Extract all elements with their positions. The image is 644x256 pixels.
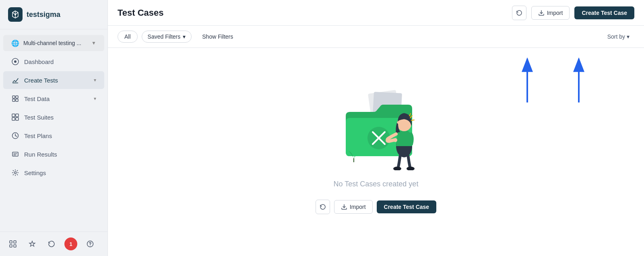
svg-rect-4 [16, 96, 18, 98]
svg-rect-10 [16, 118, 19, 120]
saved-filters-chevron-icon: ▾ [183, 33, 186, 40]
page-title: Test Cases [118, 8, 512, 18]
sidebar-logo: testsigma [0, 0, 107, 29]
sidebar-item-run-results[interactable]: Run Results [3, 145, 104, 163]
svg-rect-16 [10, 245, 12, 247]
sidebar-item-test-plans[interactable]: Test Plans [3, 127, 104, 145]
sidebar-item-label-test-plans: Test Plans [24, 132, 52, 139]
import-button-label: Import [547, 10, 563, 16]
svg-rect-17 [14, 245, 16, 247]
refresh-button[interactable] [512, 6, 526, 20]
empty-state-actions: Import Create Test Case [316, 200, 436, 214]
refresh-bottom-icon[interactable] [45, 237, 58, 250]
svg-rect-15 [14, 241, 16, 243]
saved-filters-button[interactable]: Saved Filters ▾ [142, 31, 192, 43]
svg-rect-5 [12, 99, 15, 101]
create-tests-chevron-icon: ▾ [94, 77, 96, 83]
create-test-case-header-label: Create Test Case [582, 10, 627, 16]
sidebar-item-label-create-tests: Create Tests [24, 77, 58, 84]
settings-icon [11, 169, 19, 177]
help-bottom-icon[interactable] [84, 237, 97, 250]
svg-point-2 [14, 60, 17, 63]
empty-import-label: Import [350, 204, 366, 210]
show-filters-button[interactable]: Show Filters [196, 31, 239, 42]
empty-illustration [324, 82, 428, 170]
header-actions: Import Create Test Case [512, 6, 634, 20]
sort-by-label: Sort by [607, 33, 625, 40]
svg-point-26 [393, 167, 401, 170]
test-data-icon [11, 95, 19, 103]
sidebar-item-label-run-results: Run Results [24, 151, 57, 158]
svg-rect-9 [12, 118, 15, 120]
dashboard-icon [11, 58, 19, 66]
workspace-label: Multi-channel testing ... [23, 40, 87, 46]
sidebar-item-label-test-data: Test Data [24, 95, 50, 102]
empty-import-button[interactable]: Import [334, 200, 373, 214]
svg-point-0 [14, 14, 16, 15]
header: Test Cases Import Create Test Case [108, 0, 644, 26]
svg-rect-7 [12, 114, 15, 117]
sidebar-item-test-suites[interactable]: Test Suites [3, 108, 104, 126]
notification-badge[interactable]: 1 [64, 237, 77, 250]
create-test-case-header-button[interactable]: Create Test Case [574, 6, 634, 19]
svg-rect-14 [10, 241, 12, 243]
sidebar-item-dashboard[interactable]: Dashboard [3, 53, 104, 70]
sidebar-item-label-test-suites: Test Suites [24, 114, 54, 121]
sort-by-chevron-icon: ▾ [627, 33, 630, 40]
test-plans-icon [11, 132, 19, 140]
svg-rect-8 [16, 114, 19, 117]
svg-rect-3 [12, 96, 15, 98]
main-content: Test Cases Import Create Test Case All S… [108, 0, 644, 256]
star-bottom-icon[interactable] [26, 237, 39, 250]
create-tests-icon [11, 76, 19, 84]
workspace-chevron-icon: ▼ [91, 40, 96, 46]
saved-filters-label: Saved Filters [148, 33, 181, 40]
empty-create-test-case-label: Create Test Case [384, 204, 429, 210]
sidebar-item-create-tests[interactable]: Create Tests ▾ [3, 71, 104, 89]
run-results-icon [11, 150, 19, 158]
sidebar-item-settings[interactable]: Settings [3, 164, 104, 182]
test-suites-icon [11, 113, 19, 121]
sidebar-bottom: 1 [0, 231, 107, 256]
svg-point-27 [407, 167, 415, 170]
svg-point-25 [393, 138, 397, 142]
filter-all-button[interactable]: All [118, 31, 138, 43]
globe-icon: 🌐 [11, 39, 19, 47]
import-button[interactable]: Import [531, 6, 570, 20]
sort-by-button[interactable]: Sort by ▾ [603, 31, 634, 42]
empty-refresh-button[interactable] [316, 200, 330, 214]
sidebar: testsigma 🌐 Multi-channel testing ... ▼ … [0, 0, 108, 256]
app-logo-text: testsigma [27, 10, 60, 19]
grid-bottom-icon[interactable] [6, 237, 19, 250]
test-data-chevron-icon: ▾ [94, 96, 96, 101]
app-logo-icon [8, 7, 23, 22]
sidebar-item-test-data[interactable]: Test Data ▾ [3, 90, 104, 107]
empty-create-test-case-button[interactable]: Create Test Case [377, 200, 437, 213]
empty-state-message: No Test Cases created yet [334, 180, 419, 188]
svg-rect-12 [12, 152, 18, 156]
svg-rect-6 [16, 99, 18, 101]
empty-state: No Test Cases created yet Import Create … [108, 48, 644, 256]
sidebar-nav: 🌐 Multi-channel testing ... ▼ Dashboard … [0, 29, 107, 231]
sidebar-item-label-dashboard: Dashboard [24, 58, 54, 65]
svg-point-13 [14, 172, 17, 174]
sidebar-item-label-settings: Settings [24, 169, 46, 176]
filter-bar: All Saved Filters ▾ Show Filters Sort by… [108, 26, 644, 48]
workspace-selector[interactable]: 🌐 Multi-channel testing ... ▼ [3, 35, 104, 51]
svg-point-19 [90, 246, 91, 246]
